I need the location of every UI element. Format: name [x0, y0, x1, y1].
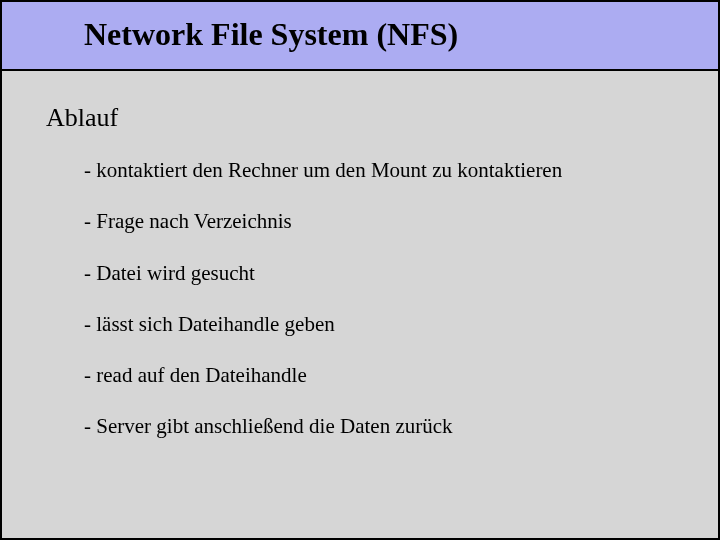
- list-item: - lässt sich Dateihandle geben: [84, 311, 718, 338]
- list-item: - Server gibt anschließend die Daten zur…: [84, 413, 718, 440]
- list-item: - read auf den Dateihandle: [84, 362, 718, 389]
- section-heading: Ablauf: [46, 103, 718, 133]
- content-area: Ablauf - kontaktiert den Rechner um den …: [2, 71, 718, 441]
- page-title: Network File System (NFS): [84, 16, 718, 53]
- list-item: - Datei wird gesucht: [84, 260, 718, 287]
- bullet-list: - kontaktiert den Rechner um den Mount z…: [46, 157, 718, 441]
- title-bar: Network File System (NFS): [2, 2, 718, 71]
- list-item: - kontaktiert den Rechner um den Mount z…: [84, 157, 718, 184]
- list-item: - Frage nach Verzeichnis: [84, 208, 718, 235]
